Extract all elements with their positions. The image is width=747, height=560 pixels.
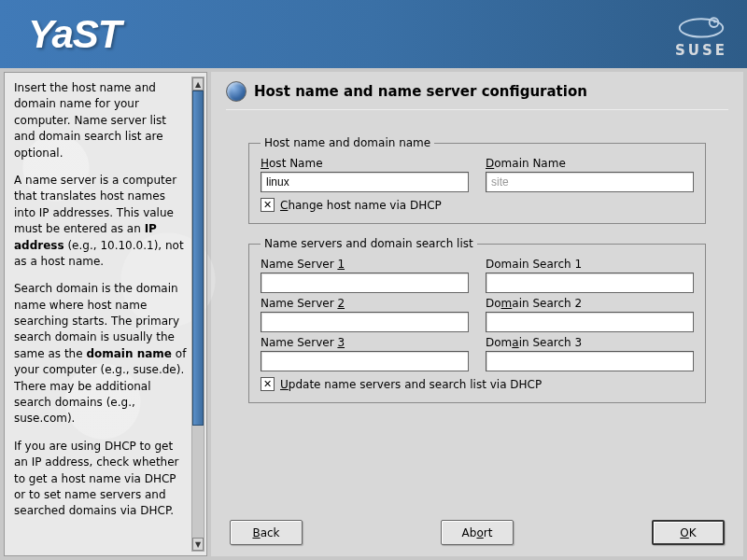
help-text: Insert the host name and domain name for… [14, 80, 203, 548]
dhcp-ns-checkbox[interactable]: ✕ [261, 377, 275, 391]
abort-button[interactable]: Abort [441, 520, 514, 545]
scroll-down-button[interactable]: ▼ [192, 538, 204, 551]
content-area: Insert the host name and domain name for… [0, 68, 747, 560]
scroll-up-button[interactable]: ▲ [192, 77, 204, 91]
footer-buttons: Back Abort OK [226, 520, 728, 545]
svg-point-0 [680, 19, 723, 36]
divider [226, 109, 728, 110]
form-area: Host name and domain name Host Name Doma… [226, 121, 728, 520]
domainname-input[interactable] [486, 172, 694, 192]
ds1-input[interactable] [486, 273, 694, 293]
header: YaST SUSE [0, 0, 747, 68]
domainname-label: Domain Name [486, 157, 694, 170]
ds3-label: Domain Search 3 [486, 336, 694, 349]
dhcp-hostname-checkbox-row[interactable]: ✕ Change host name via DHCP [261, 198, 694, 212]
scroll-thumb[interactable] [192, 91, 204, 426]
scroll-track[interactable] [192, 91, 204, 538]
help-panel: Insert the host name and domain name for… [4, 72, 207, 556]
ds1-label: Domain Search 1 [486, 258, 694, 271]
hostname-label: Host Name [261, 157, 469, 170]
ds2-label: Domain Search 2 [486, 297, 694, 310]
back-button[interactable]: Back [230, 520, 303, 545]
svg-point-2 [713, 20, 716, 22]
ns1-input[interactable] [261, 273, 469, 293]
dhcp-hostname-label: Change host name via DHCP [280, 199, 442, 212]
hostname-input[interactable] [261, 172, 469, 192]
dhcp-ns-checkbox-row[interactable]: ✕ Update name servers and search list vi… [261, 377, 694, 391]
help-scrollbar[interactable]: ▲ ▼ [191, 77, 204, 552]
brand-logo: YaST [28, 12, 120, 57]
ds2-input[interactable] [486, 312, 694, 332]
hostname-legend: Host name and domain name [261, 136, 434, 149]
chameleon-icon [674, 10, 728, 40]
ok-button[interactable]: OK [652, 520, 725, 545]
ns2-label: Name Server 2 [261, 297, 469, 310]
ds3-input[interactable] [486, 351, 694, 371]
dhcp-hostname-checkbox[interactable]: ✕ [261, 198, 275, 212]
nameservers-fieldset: Name servers and domain search list Name… [248, 237, 706, 403]
ns3-input[interactable] [261, 351, 469, 371]
dhcp-ns-label: Update name servers and search list via … [280, 378, 542, 391]
suse-logo: SUSE [674, 10, 728, 59]
hostname-fieldset: Host name and domain name Host Name Doma… [248, 136, 706, 224]
globe-icon [226, 81, 247, 102]
nameservers-legend: Name servers and domain search list [261, 237, 477, 250]
ns1-label: Name Server 1 [261, 258, 469, 271]
ns3-label: Name Server 3 [261, 336, 469, 349]
page-title: Host name and name server configuration [254, 83, 587, 100]
ns2-input[interactable] [261, 312, 469, 332]
main-panel: Host name and name server configuration … [211, 72, 743, 556]
